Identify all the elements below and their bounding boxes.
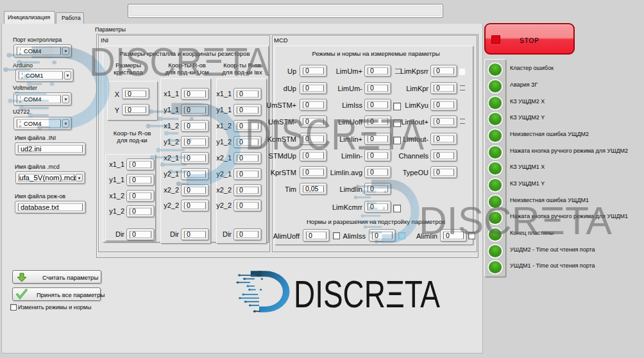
svg-text:DISCRΞTA: DISCRΞTA (419, 206, 612, 243)
svg-text:DISCRΞTA: DISCRΞTA (294, 280, 440, 316)
svg-text:DISCRΞTA: DISCRΞTA (89, 47, 269, 84)
svg-text:DISCRΞTA: DISCRΞTA (245, 118, 424, 158)
